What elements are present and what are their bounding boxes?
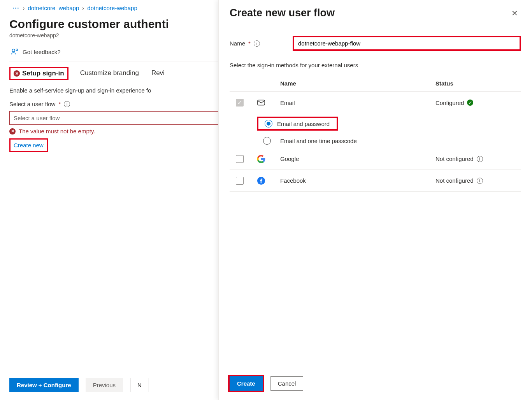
provider-row-email: Email Configured ✓ <box>230 92 521 114</box>
provider-label: Google <box>280 155 435 162</box>
create-user-flow-panel: Create new user flow ✕ Name * i Select t… <box>218 0 532 400</box>
breadcrumb-sep: › <box>23 5 25 11</box>
error-text: The value must not be empty. <box>19 128 95 134</box>
name-input[interactable] <box>294 37 520 49</box>
info-icon[interactable]: i <box>64 101 70 107</box>
provider-label: Email <box>280 100 435 106</box>
provider-row-facebook[interactable]: Facebook Not configured i <box>230 170 521 192</box>
status-text: Configured <box>435 100 464 106</box>
close-icon[interactable]: ✕ <box>508 7 521 19</box>
info-icon[interactable]: i <box>254 40 260 47</box>
signin-methods-description: Select the sign-in methods for your exte… <box>230 62 521 68</box>
panel-footer: Create Cancel <box>219 369 532 400</box>
info-icon[interactable]: i <box>477 178 483 184</box>
status-text: Not configured <box>435 177 474 184</box>
provider-label: Facebook <box>280 177 435 184</box>
error-icon: ✕ <box>14 70 20 77</box>
feedback-label: Got feedback? <box>23 49 61 55</box>
email-option-otp-row[interactable]: Email and one time passcode <box>230 134 521 148</box>
check-icon: ✓ <box>467 100 473 106</box>
facebook-icon <box>257 176 265 185</box>
cancel-button[interactable]: Cancel <box>270 376 304 391</box>
radio-email-password[interactable] <box>265 120 272 128</box>
radio-email-otp[interactable] <box>263 137 271 145</box>
next-button[interactable]: N <box>130 378 149 392</box>
checkbox-google[interactable] <box>236 155 244 163</box>
col-header-name: Name <box>280 80 435 87</box>
breadcrumb-sep: › <box>82 5 84 11</box>
email-icon <box>257 98 265 107</box>
email-option-password-row[interactable]: Email and password <box>230 114 521 134</box>
review-configure-button[interactable]: Review + Configure <box>9 378 79 392</box>
providers-grid: Name Status Email Configured ✓ <box>230 75 521 192</box>
name-input-highlight <box>293 36 521 51</box>
error-icon: ✕ <box>9 128 16 134</box>
checkbox-email <box>236 99 244 107</box>
google-icon <box>257 155 265 163</box>
col-header-status: Status <box>435 80 521 87</box>
provider-row-google[interactable]: Google Not configured i <box>230 148 521 170</box>
info-icon[interactable]: i <box>477 156 483 162</box>
create-new-link[interactable]: Create new <box>9 138 48 152</box>
option-label: Email and password <box>277 121 333 127</box>
tab-customize-branding[interactable]: Customize branding <box>79 67 140 80</box>
create-button[interactable]: Create <box>230 376 263 391</box>
breadcrumb-item-2[interactable]: dotnetcore-webapp <box>87 5 137 11</box>
tab-review[interactable]: Revi <box>151 67 165 80</box>
panel-title: Create new user flow <box>230 7 335 19</box>
svg-rect-1 <box>258 100 265 105</box>
breadcrumb-ellipsis[interactable]: ··· <box>12 5 20 11</box>
name-field-label: Name * i <box>230 40 288 47</box>
status-text: Not configured <box>435 155 474 162</box>
checkbox-facebook[interactable] <box>236 177 244 185</box>
option-label: Email and one time passcode <box>280 138 435 144</box>
feedback-icon <box>11 48 19 56</box>
bottom-bar: Review + Configure Previous N <box>9 378 149 392</box>
svg-point-0 <box>12 49 15 52</box>
tab-setup-sign-in[interactable]: ✕ Setup sign-in <box>9 67 68 80</box>
highlight-box: Email and password <box>257 117 338 131</box>
previous-button[interactable]: Previous <box>86 378 123 392</box>
breadcrumb-item-1[interactable]: dotnetcore_webapp <box>28 5 79 11</box>
tab-label: Setup sign-in <box>22 70 64 77</box>
